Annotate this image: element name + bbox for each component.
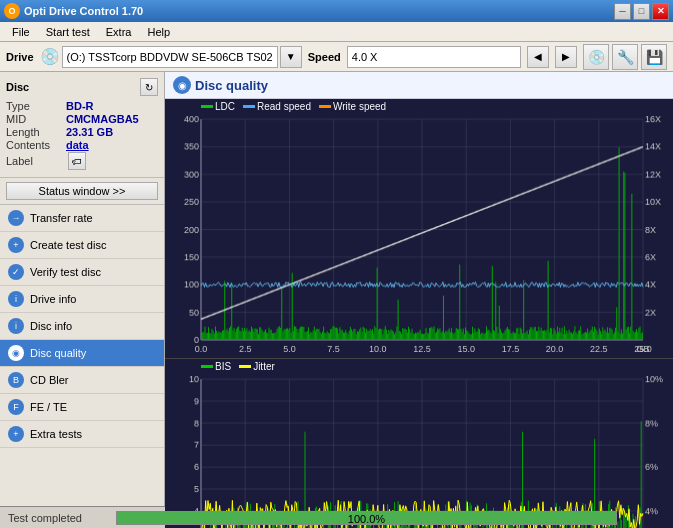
create-test-disc-icon: + (8, 237, 24, 253)
minimize-button[interactable]: ─ (614, 3, 631, 20)
disc-eject-btn[interactable]: 💿 (583, 44, 609, 70)
drive-info-icon: i (8, 291, 24, 307)
lower-chart-canvas (165, 359, 673, 528)
disc-refresh-btn[interactable]: ↻ (140, 78, 158, 96)
drive-select[interactable]: (O:) TSSTcorp BDDVDW SE-506CB TS02 (62, 46, 278, 68)
disc-contents-label: Contents (6, 139, 64, 151)
drive-label: Drive (6, 51, 34, 63)
close-button[interactable]: ✕ (652, 3, 669, 20)
sidebar-item-extra-tests[interactable]: + Extra tests (0, 421, 164, 448)
app-icon: O (4, 3, 20, 19)
content-title: Disc quality (195, 78, 268, 93)
bis-legend-dot (201, 365, 213, 368)
menu-extra[interactable]: Extra (98, 24, 140, 40)
legend-write-speed: Write speed (319, 101, 386, 112)
sidebar-item-verify-test-disc[interactable]: ✓ Verify test disc (0, 259, 164, 286)
progress-track: 100.0% (116, 511, 617, 525)
sidebar-item-create-test-disc[interactable]: + Create test disc (0, 232, 164, 259)
toolbar-btn3[interactable]: 💾 (641, 44, 667, 70)
title-bar: O Opti Drive Control 1.70 ─ □ ✕ (0, 0, 673, 22)
disc-panel: Disc ↻ Type BD-R MID CMCMAGBA5 Length 23… (0, 72, 164, 178)
legend-ldc: LDC (201, 101, 235, 112)
menu-file[interactable]: File (4, 24, 38, 40)
disc-quality-icon: ◉ (8, 345, 24, 361)
legend-bis: BIS (201, 361, 231, 372)
verify-test-disc-icon: ✓ (8, 264, 24, 280)
status-window-btn[interactable]: Status window >> (6, 182, 158, 200)
upper-chart-canvas (165, 99, 673, 358)
drive-bar: Drive 💿 (O:) TSSTcorp BDDVDW SE-506CB TS… (0, 42, 673, 72)
sidebar-item-drive-info[interactable]: i Drive info (0, 286, 164, 313)
progress-text: 100.0% (348, 512, 385, 526)
speed-select[interactable]: 4.0 X (347, 46, 521, 68)
disc-type-value: BD-R (66, 100, 94, 112)
lower-chart: BIS Jitter (165, 359, 673, 528)
disc-type-label: Type (6, 100, 64, 112)
extra-tests-icon: + (8, 426, 24, 442)
ldc-legend-dot (201, 105, 213, 108)
fe-te-icon: F (8, 399, 24, 415)
drive-type-icon: 💿 (40, 47, 60, 66)
menu-bar: File Start test Extra Help (0, 22, 673, 42)
disc-title: Disc (6, 81, 29, 93)
legend-read-speed: Read speed (243, 101, 311, 112)
sidebar: Disc ↻ Type BD-R MID CMCMAGBA5 Length 23… (0, 72, 165, 506)
write-speed-legend-dot (319, 105, 331, 108)
nav-list: → Transfer rate + Create test disc ✓ Ver… (0, 205, 164, 448)
read-speed-legend-dot (243, 105, 255, 108)
content-area: ◉ Disc quality LDC Read speed (165, 72, 673, 506)
sidebar-item-fe-te[interactable]: F FE / TE (0, 394, 164, 421)
upper-chart: LDC Read speed Write speed (165, 99, 673, 359)
maximize-button[interactable]: □ (633, 3, 650, 20)
transfer-rate-icon: → (8, 210, 24, 226)
menu-help[interactable]: Help (139, 24, 178, 40)
disc-info-icon: i (8, 318, 24, 334)
main-area: Disc ↻ Type BD-R MID CMCMAGBA5 Length 23… (0, 72, 673, 506)
disc-contents-value[interactable]: data (66, 139, 89, 151)
disc-mid-value: CMCMAGBA5 (66, 113, 139, 125)
disc-label-label: Label (6, 155, 64, 167)
jitter-legend-dot (239, 365, 251, 368)
legend-jitter: Jitter (239, 361, 275, 372)
title-controls: ─ □ ✕ (614, 3, 669, 20)
content-header-icon: ◉ (173, 76, 191, 94)
drive-arrow-btn[interactable]: ▼ (280, 46, 302, 68)
disc-mid-label: MID (6, 113, 64, 125)
speed-label: Speed (308, 51, 341, 63)
disc-length-value: 23.31 GB (66, 126, 113, 138)
sidebar-item-disc-info[interactable]: i Disc info (0, 313, 164, 340)
sidebar-item-cd-bler[interactable]: B CD Bler (0, 367, 164, 394)
speed-arrow-btn2[interactable]: ▶ (555, 46, 577, 68)
status-label: Test completed (8, 512, 108, 524)
speed-arrow-btn[interactable]: ◀ (527, 46, 549, 68)
toolbar-btn2[interactable]: 🔧 (612, 44, 638, 70)
app-title: Opti Drive Control 1.70 (24, 5, 143, 17)
sidebar-item-transfer-rate[interactable]: → Transfer rate (0, 205, 164, 232)
disc-length-label: Length (6, 126, 64, 138)
sidebar-item-disc-quality[interactable]: ◉ Disc quality (0, 340, 164, 367)
disc-label-icon-btn[interactable]: 🏷 (68, 152, 86, 170)
cd-bler-icon: B (8, 372, 24, 388)
menu-start-test[interactable]: Start test (38, 24, 98, 40)
charts-area: LDC Read speed Write speed (165, 99, 673, 528)
content-header: ◉ Disc quality (165, 72, 673, 99)
